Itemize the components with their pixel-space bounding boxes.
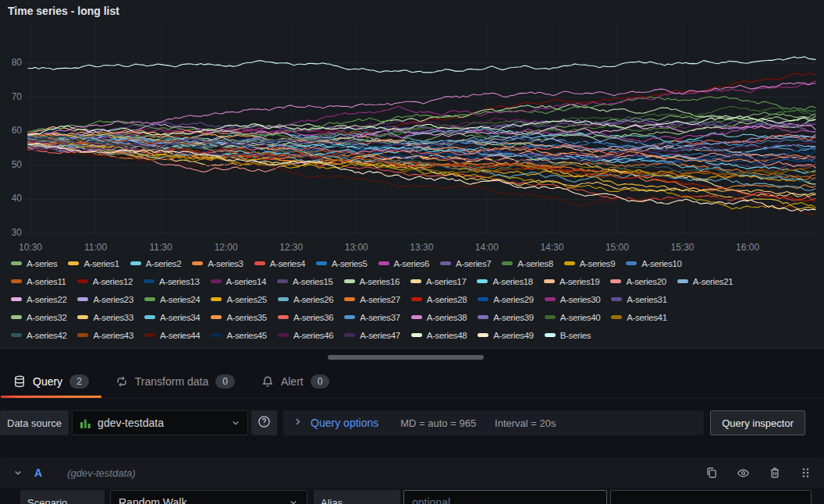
legend-item[interactable]: A-series45 — [211, 331, 266, 340]
x-tick-label: 12:30 — [273, 242, 309, 253]
hide-query-eye-icon[interactable] — [737, 467, 750, 480]
legend-item[interactable]: A-series21 — [677, 277, 733, 286]
delete-query-trash-icon[interactable] — [769, 467, 781, 479]
series-name-label: A-series34 — [160, 313, 200, 322]
duplicate-query-icon[interactable] — [705, 467, 718, 479]
legend-item[interactable]: A-series42 — [11, 331, 66, 340]
series-name-label: A-series15 — [293, 277, 332, 286]
legend-item[interactable]: A-series26 — [278, 295, 333, 304]
timeseries-panel: Time series - long list 304050607080 10:… — [0, 0, 824, 349]
legend-item[interactable]: A-series7 — [440, 259, 491, 268]
legend-item[interactable]: A-series8 — [502, 259, 552, 268]
alias-input[interactable] — [403, 490, 607, 504]
legend-item[interactable]: A-series37 — [344, 313, 400, 322]
tab-transform-data[interactable]: Transform data 0 — [102, 365, 248, 398]
series-name-label: A-series24 — [160, 295, 200, 304]
legend-item[interactable]: A-series10 — [626, 259, 681, 268]
legend-item[interactable]: A-series28 — [411, 295, 467, 304]
tab-query[interactable]: Query 2 — [0, 365, 102, 398]
query-row-header[interactable]: A (gdev-testdata) — [0, 457, 824, 488]
horizontal-scrollbar[interactable] — [328, 355, 484, 360]
series-color-swatch — [211, 279, 222, 283]
legend-item[interactable]: A-series33 — [77, 313, 133, 322]
legend-item[interactable]: A-series25 — [211, 295, 266, 304]
x-tick-label: 15:00 — [599, 242, 635, 253]
series-color-swatch — [611, 297, 622, 301]
legend-item[interactable]: A-series2 — [130, 259, 181, 268]
legend-item[interactable]: B-series — [545, 331, 591, 340]
legend-item[interactable]: A-series — [11, 259, 57, 268]
legend-item[interactable]: A-series16 — [344, 277, 400, 286]
series-name-label: A-series5 — [332, 259, 367, 268]
legend-item[interactable]: A-series11 — [11, 277, 66, 286]
legend-item[interactable]: A-series24 — [144, 295, 200, 304]
legend-item[interactable]: A-series31 — [611, 295, 666, 304]
legend-item[interactable]: A-series32 — [11, 313, 66, 322]
y-tick-label: 40 — [2, 193, 22, 204]
legend-item[interactable]: A-series14 — [211, 277, 266, 286]
legend-item[interactable]: A-series4 — [254, 259, 305, 268]
timeseries-plot[interactable] — [0, 0, 824, 256]
legend-item[interactable]: A-series39 — [478, 313, 533, 322]
legend-item[interactable]: A-series36 — [278, 313, 333, 322]
legend-item[interactable]: A-series15 — [277, 277, 332, 286]
series-color-swatch — [440, 261, 451, 265]
legend-item[interactable]: A-series5 — [316, 259, 367, 268]
series-color-swatch — [316, 261, 327, 265]
datasource-help-button[interactable] — [251, 410, 277, 435]
series-name-label: A-series16 — [360, 277, 400, 286]
legend-item[interactable]: A-series29 — [478, 295, 533, 304]
series-name-label: B-series — [560, 331, 591, 340]
scenario-select[interactable]: Random Walk — [110, 490, 307, 504]
legend-item[interactable]: A-series30 — [545, 295, 600, 304]
legend-item[interactable]: A-series49 — [478, 331, 533, 340]
legend-item[interactable]: A-series41 — [611, 313, 666, 322]
legend-item[interactable]: A-series48 — [411, 331, 467, 340]
series-name-label: A-series45 — [226, 331, 266, 340]
series-color-swatch — [11, 297, 22, 301]
series-color-swatch — [211, 333, 222, 337]
series-color-swatch — [144, 315, 155, 319]
series-name-label: A-series26 — [293, 295, 333, 304]
legend-item[interactable]: A-series27 — [344, 295, 400, 304]
legend-item[interactable]: A-series9 — [564, 259, 615, 268]
tab-alert[interactable]: Alert 0 — [248, 365, 343, 398]
legend-item[interactable]: A-series38 — [411, 313, 467, 322]
legend-item[interactable]: A-series1 — [68, 259, 119, 268]
alias-label: Alias — [314, 490, 400, 504]
legend-item[interactable]: A-series43 — [77, 331, 133, 340]
series-name-label: A-series23 — [93, 295, 133, 304]
legend-item[interactable]: A-series12 — [77, 277, 133, 286]
query-refid[interactable]: A — [34, 467, 42, 479]
collapse-chevron-icon[interactable] — [12, 467, 23, 478]
legend-item[interactable]: A-series13 — [144, 277, 199, 286]
legend-item[interactable]: A-series18 — [477, 277, 532, 286]
legend-item[interactable]: A-series20 — [610, 277, 666, 286]
help-circle-icon — [258, 415, 271, 431]
series-color-swatch — [144, 333, 155, 337]
drag-handle-icon[interactable] — [800, 467, 812, 479]
legend-item[interactable]: A-series47 — [344, 331, 400, 340]
legend-item[interactable]: A-series22 — [11, 295, 66, 304]
query-inspector-button[interactable]: Query inspector — [710, 410, 805, 435]
legend-item[interactable]: A-series46 — [278, 331, 333, 340]
legend-row: A-series32A-series33A-series34A-series35… — [11, 311, 822, 323]
legend-item[interactable]: A-series35 — [211, 313, 266, 322]
legend-item[interactable]: A-series44 — [144, 331, 200, 340]
query-options-label: Query options — [311, 417, 378, 429]
x-tick-label: 16:00 — [730, 242, 765, 253]
series-color-swatch — [278, 315, 289, 319]
legend-item[interactable]: A-series40 — [545, 313, 600, 322]
legend-item[interactable]: A-series19 — [544, 277, 599, 286]
legend-item[interactable]: A-series34 — [144, 313, 200, 322]
legend-item[interactable]: A-series3 — [192, 259, 243, 268]
legend-item[interactable]: A-series6 — [378, 259, 429, 268]
labels-input[interactable] — [610, 490, 812, 504]
series-color-swatch — [545, 297, 556, 301]
series-color-swatch — [545, 333, 556, 337]
query-options-toggle[interactable]: Query options — [293, 416, 378, 430]
legend-item[interactable]: A-series17 — [410, 277, 466, 286]
legend-item[interactable]: A-series23 — [77, 295, 133, 304]
datasource-picker[interactable]: gdev-testdata — [72, 410, 248, 435]
series-name-label: A-series22 — [27, 295, 66, 304]
